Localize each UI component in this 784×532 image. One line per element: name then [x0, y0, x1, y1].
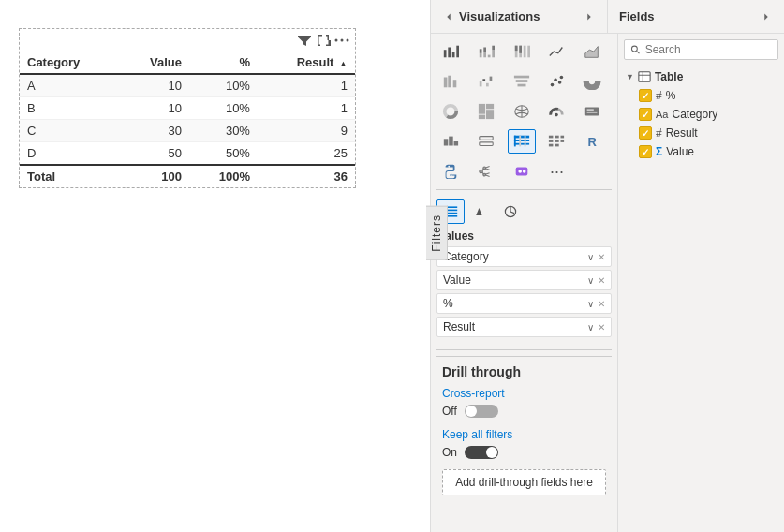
- viz-matrix[interactable]: [542, 129, 570, 154]
- search-input[interactable]: [645, 43, 772, 56]
- pill-category-remove[interactable]: ✕: [598, 252, 605, 262]
- pill-result-expand[interactable]: ∨: [587, 322, 594, 332]
- viz-slicer[interactable]: [472, 129, 500, 154]
- viz-funnel[interactable]: [508, 69, 536, 94]
- pill-result-actions: ∨ ✕: [587, 322, 605, 332]
- viz-pie[interactable]: [578, 69, 606, 94]
- viz-donut[interactable]: [436, 99, 465, 124]
- field-pill-category[interactable]: Category ∨ ✕: [436, 246, 612, 267]
- pill-category-expand[interactable]: ∨: [587, 252, 594, 262]
- col-value[interactable]: Value: [120, 52, 189, 74]
- viz-panel: R ···: [431, 34, 618, 532]
- viz-more[interactable]: ···: [542, 159, 570, 184]
- expand-fields-icon[interactable]: [760, 10, 773, 23]
- viz-card[interactable]: [578, 99, 606, 124]
- pill-value-expand[interactable]: ∨: [587, 275, 594, 286]
- build-tab-analytics[interactable]: [496, 200, 525, 224]
- col-result[interactable]: Result ▲: [258, 52, 355, 74]
- viz-ai-visuals[interactable]: [508, 159, 536, 184]
- svg-rect-12: [492, 50, 495, 57]
- svg-line-86: [510, 212, 514, 214]
- field-result-checkbox[interactable]: [639, 126, 652, 140]
- col-category[interactable]: Category: [20, 52, 120, 74]
- collapse-viz-icon[interactable]: [442, 10, 455, 23]
- viz-gauge[interactable]: [542, 99, 570, 124]
- viz-stacked-bar[interactable]: [472, 39, 500, 64]
- svg-rect-61: [549, 140, 554, 142]
- field-value-name: Value: [666, 145, 694, 158]
- field-category-checkbox[interactable]: [639, 108, 652, 121]
- canvas-area: Category Value % Result ▲ A1010%1 B1010%…: [0, 0, 431, 532]
- filters-tab[interactable]: Filters: [426, 206, 448, 260]
- field-pill-percent[interactable]: % ∨ ✕: [436, 293, 612, 314]
- viz-scatter[interactable]: [542, 69, 570, 94]
- field-result-icon: #: [656, 126, 662, 140]
- svg-rect-17: [527, 46, 530, 58]
- viz-r-script[interactable]: R: [578, 129, 606, 154]
- keep-filters-on-label: On: [442, 446, 457, 459]
- field-item-percent[interactable]: # %: [624, 86, 778, 105]
- svg-point-36: [586, 76, 599, 88]
- table-row: D5050%25: [20, 142, 355, 166]
- pill-value-remove[interactable]: ✕: [598, 275, 605, 286]
- viz-icons-row3: [436, 99, 612, 124]
- fields-panel: ▼ Table # % Aa: [618, 34, 784, 532]
- viz-100-bar[interactable]: [508, 39, 536, 64]
- viz-bar-chart[interactable]: [436, 39, 465, 64]
- svg-rect-21: [444, 78, 448, 88]
- pill-percent-expand[interactable]: ∨: [587, 299, 594, 309]
- svg-rect-48: [587, 112, 598, 113]
- add-drillthrough-button[interactable]: Add drill-through fields here: [442, 469, 606, 495]
- svg-point-74: [480, 170, 483, 173]
- viz-treemap[interactable]: [472, 99, 500, 124]
- viz-icons-row5: ···: [436, 159, 612, 184]
- viz-ribbon[interactable]: [436, 69, 465, 94]
- field-value-checkbox[interactable]: [639, 145, 652, 158]
- cross-report-thumb: [466, 406, 477, 417]
- svg-rect-50: [449, 137, 453, 146]
- fields-table-header[interactable]: ▼ Table: [624, 67, 778, 86]
- expand-icon[interactable]: [316, 33, 331, 48]
- svg-rect-23: [453, 80, 457, 87]
- more-icon[interactable]: [334, 33, 349, 48]
- svg-rect-26: [486, 83, 489, 87]
- build-tab-format[interactable]: [466, 200, 495, 224]
- svg-point-1: [341, 39, 344, 42]
- expand-viz-icon[interactable]: [583, 10, 596, 23]
- field-pill-value[interactable]: Value ∨ ✕: [436, 270, 612, 290]
- viz-map[interactable]: [508, 99, 536, 124]
- viz-kpi[interactable]: [436, 129, 465, 154]
- cross-report-track[interactable]: [465, 405, 498, 418]
- svg-rect-11: [488, 55, 491, 58]
- keep-filters-track[interactable]: [465, 446, 498, 459]
- keep-filters-toggle-row: On: [442, 445, 606, 460]
- svg-rect-62: [549, 144, 554, 147]
- field-percent-name: %: [666, 89, 676, 102]
- viz-area-chart[interactable]: [578, 39, 606, 64]
- field-item-value[interactable]: Σ Value: [624, 142, 778, 161]
- viz-python[interactable]: [436, 159, 465, 184]
- viz-decomp-tree[interactable]: [472, 159, 500, 184]
- col-percent[interactable]: %: [189, 52, 258, 74]
- viz-icons-row1: [436, 39, 612, 64]
- field-pill-result[interactable]: Result ∨ ✕: [436, 317, 612, 337]
- svg-rect-39: [479, 104, 485, 114]
- pill-result-remove[interactable]: ✕: [598, 322, 605, 332]
- viz-line-chart[interactable]: [542, 39, 570, 64]
- table-icon: [638, 70, 651, 83]
- field-item-category[interactable]: Aa Category: [624, 105, 778, 124]
- fields-search-box[interactable]: [624, 39, 778, 60]
- field-item-result[interactable]: # Result: [624, 124, 778, 142]
- svg-line-88: [637, 51, 640, 53]
- field-percent-checkbox[interactable]: [639, 89, 652, 102]
- svg-rect-18: [514, 46, 517, 51]
- keep-filters-toggle[interactable]: [465, 445, 498, 460]
- svg-rect-63: [555, 136, 560, 139]
- viz-waterfall[interactable]: [472, 69, 500, 94]
- cross-report-toggle[interactable]: [465, 404, 498, 419]
- pill-percent-remove[interactable]: ✕: [598, 299, 605, 309]
- visualizations-header: Visualizations: [431, 0, 608, 33]
- filter-icon[interactable]: [297, 33, 312, 48]
- viz-table[interactable]: [508, 129, 536, 154]
- pill-category-label: Category: [443, 250, 489, 263]
